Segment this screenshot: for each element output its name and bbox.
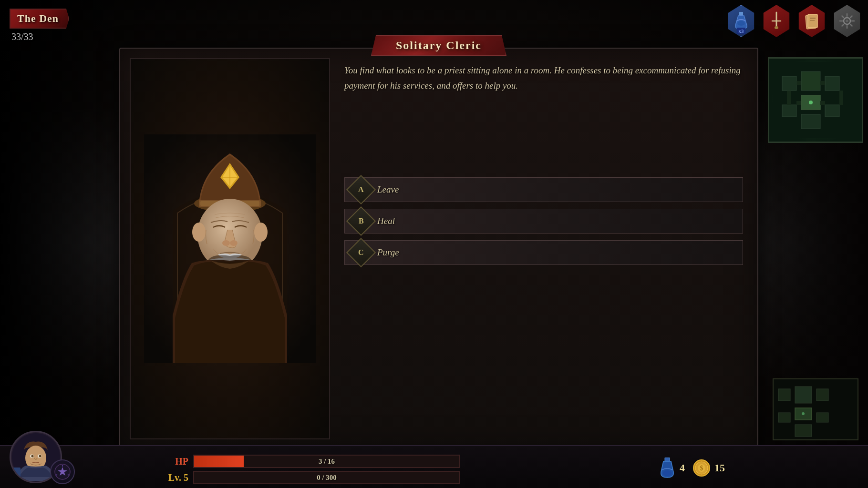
choice-b-key-label: B	[359, 217, 364, 225]
svg-point-71	[663, 470, 672, 476]
choice-c-button[interactable]: C Purge	[344, 240, 743, 265]
coin-count: 15	[714, 462, 725, 474]
svg-rect-33	[782, 76, 796, 91]
svg-rect-45	[820, 101, 825, 105]
resources-section: 4 $ 15	[659, 458, 725, 478]
xp-bar-text: 0 / 300	[194, 472, 459, 483]
svg-rect-6	[808, 14, 817, 28]
svg-line-15	[842, 16, 844, 18]
text-area: You find what looks to be a priest sitti…	[344, 63, 743, 168]
choice-c-key: C	[346, 238, 376, 267]
svg-point-1	[737, 21, 745, 26]
svg-point-29	[230, 240, 238, 246]
mini-map	[773, 62, 858, 138]
lv-label: Lv. 5	[162, 472, 188, 483]
svg-line-17	[850, 16, 852, 18]
bottom-map	[774, 379, 858, 440]
coin-resource: $ 15	[692, 459, 725, 477]
gear-button[interactable]	[831, 5, 863, 37]
svg-rect-34	[801, 71, 820, 91]
svg-rect-37	[782, 105, 796, 117]
hp-row: HP 3 / 16	[162, 455, 460, 468]
dialog-title-bar: Solitary Cleric	[371, 35, 506, 56]
svg-rect-54	[816, 413, 828, 422]
map-panel[interactable]	[768, 57, 863, 143]
choice-b-button[interactable]: B Heal	[344, 209, 743, 234]
svg-rect-38	[825, 105, 839, 117]
player-ability-icon[interactable]	[50, 459, 75, 484]
svg-rect-42	[787, 91, 791, 105]
cards-icon	[804, 12, 819, 30]
svg-point-10	[846, 20, 848, 22]
hp-bar-text: 3 / 16	[194, 456, 459, 467]
portrait-inner	[131, 59, 329, 438]
choice-a-key-label: A	[358, 185, 364, 194]
choices-area: A Leave B Heal C Purge	[344, 177, 743, 265]
choice-a-key: A	[346, 175, 376, 204]
sword-button[interactable]	[760, 5, 793, 37]
bottom-bar: HP 3 / 16 Lv. 5 0 / 300 4	[0, 445, 868, 488]
svg-rect-40	[796, 81, 801, 85]
health-flask-icon	[659, 458, 676, 478]
flask-count: 4	[680, 462, 685, 474]
svg-point-30	[192, 223, 206, 242]
svg-point-47	[809, 101, 813, 104]
svg-rect-44	[796, 101, 801, 105]
svg-rect-51	[816, 389, 828, 401]
gear-icon	[838, 12, 856, 30]
svg-rect-48	[774, 379, 858, 440]
toolbar: x3	[725, 5, 863, 37]
location-hp: 33/33	[11, 31, 69, 42]
map-thumb-bottom[interactable]	[773, 378, 858, 440]
choice-c-key-label: C	[358, 248, 364, 257]
xp-row: Lv. 5 0 / 300	[162, 471, 460, 484]
choice-c-label: Purge	[377, 247, 399, 258]
svg-rect-50	[795, 386, 812, 403]
coin-icon: $	[692, 459, 711, 477]
svg-point-61	[31, 455, 34, 458]
location-title: The Den	[17, 12, 59, 24]
svg-rect-49	[778, 389, 790, 401]
svg-line-16	[850, 24, 852, 26]
svg-rect-0	[739, 12, 743, 16]
sword-icon	[769, 11, 784, 30]
cleric-portrait	[144, 134, 316, 363]
svg-point-62	[39, 455, 41, 458]
portrait-area	[130, 58, 330, 439]
svg-rect-55	[795, 425, 812, 437]
flask-badge: x3	[737, 28, 746, 34]
choice-b-label: Heal	[377, 216, 395, 226]
svg-line-18	[842, 24, 844, 26]
choice-b-key: B	[346, 206, 376, 236]
svg-point-28	[222, 240, 230, 246]
svg-point-56	[802, 412, 805, 415]
flask-button[interactable]: x3	[725, 5, 757, 37]
svg-rect-70	[665, 458, 670, 461]
dialog-panel: Solitary Cleric	[119, 48, 758, 450]
stat-section: HP 3 / 16 Lv. 5 0 / 300	[162, 455, 460, 484]
svg-text:$: $	[700, 465, 703, 472]
hp-label: HP	[162, 456, 188, 467]
map-inner	[769, 59, 862, 142]
choice-a-label: Leave	[377, 184, 399, 195]
xp-bar-bg: 0 / 300	[193, 471, 460, 484]
location-title-bg: The Den	[10, 9, 69, 29]
svg-rect-53	[778, 413, 790, 422]
svg-point-31	[254, 223, 268, 242]
svg-rect-43	[839, 91, 843, 105]
svg-rect-35	[825, 76, 839, 91]
svg-rect-63	[12, 468, 21, 481]
location-banner: The Den 33/33	[10, 9, 69, 42]
choice-a-button[interactable]: A Leave	[344, 177, 743, 202]
ability-star-icon	[53, 463, 72, 481]
cards-button[interactable]	[796, 5, 828, 37]
svg-rect-41	[820, 81, 825, 85]
flask-resource: 4	[659, 458, 685, 478]
dialog-title: Solitary Cleric	[396, 39, 482, 51]
svg-point-4	[775, 26, 778, 29]
svg-rect-39	[801, 114, 820, 129]
dialog-body: You find what looks to be a priest sitti…	[344, 63, 743, 94]
hp-bar-bg: 3 / 16	[193, 455, 460, 468]
